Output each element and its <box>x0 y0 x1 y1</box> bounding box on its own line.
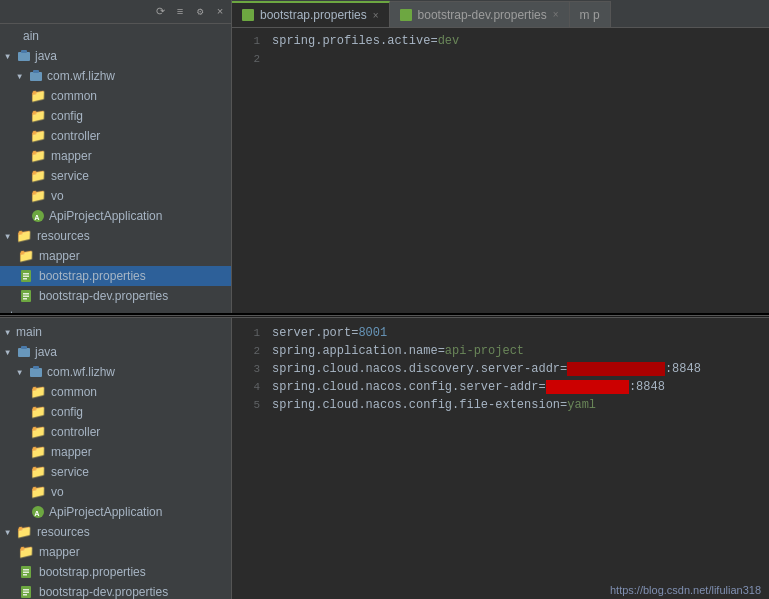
file-icon <box>242 9 254 21</box>
folder-icon: 📁 <box>30 484 46 500</box>
top-editor: bootstrap.properties × bootstrap-dev.pro… <box>232 0 769 313</box>
tab-label: m p <box>580 8 600 22</box>
tab-bootstrap-properties[interactable]: bootstrap.properties × <box>232 1 390 27</box>
code-line: 5 spring.cloud.nacos.config.file-extensi… <box>232 396 769 414</box>
bottom-code-area: 1 server.port=8001 2 spring.application.… <box>232 318 769 599</box>
svg-rect-8 <box>23 276 29 278</box>
list-item[interactable]: 📁 vo <box>0 482 231 502</box>
tab-bootstrap-dev-properties[interactable]: bootstrap-dev.properties × <box>390 1 570 27</box>
svg-rect-13 <box>23 298 27 300</box>
top-code-area: 1 spring.profiles.active=dev 2 <box>232 28 769 313</box>
list-item[interactable]: bootstrap.properties <box>0 266 231 286</box>
svg-rect-12 <box>23 296 29 298</box>
line-content: spring.application.name=api-project <box>268 344 769 358</box>
list-item[interactable]: ain <box>0 26 231 46</box>
list-item[interactable]: A ApiProjectApplication <box>0 206 231 226</box>
top-pane: ⟳ ≡ ⚙ × ain ▾ java ▾ <box>0 0 769 315</box>
list-item[interactable]: ▾ com.wf.lizhw <box>0 362 231 382</box>
svg-rect-11 <box>23 293 29 295</box>
list-item[interactable]: ▾ main <box>0 322 231 342</box>
redacted-block <box>546 380 629 394</box>
tab-close-icon[interactable]: × <box>373 10 379 21</box>
package-icon <box>28 364 44 380</box>
bottom-file-tree: ▾ main ▾ java ▾ com.wf.lizhw 📁 <box>0 318 231 599</box>
line-content: spring.cloud.nacos.config.server-addr= :… <box>268 380 769 394</box>
folder-icon: 📁 <box>30 444 46 460</box>
package-icon <box>28 68 44 84</box>
folder-icon: 📁 <box>30 108 46 124</box>
folder-icon: 📁 <box>30 168 46 184</box>
list-item[interactable]: bootstrap-dev.properties <box>0 286 231 306</box>
line-content: server.port=8001 <box>268 326 769 340</box>
line-content: spring.profiles.active=dev <box>268 34 769 48</box>
line-number: 5 <box>232 399 268 411</box>
package-icon <box>16 48 32 64</box>
list-item[interactable]: 📁 controller <box>0 422 231 442</box>
folder-icon: 📁 <box>30 188 46 204</box>
watermark: https://blog.csdn.net/lifulian318 <box>610 584 761 596</box>
svg-rect-3 <box>33 70 39 73</box>
file-icon <box>400 9 412 21</box>
top-file-tree: ain ▾ java ▾ com.wf.lizhw 📁 co <box>0 24 231 313</box>
code-line: 3 spring.cloud.nacos.discovery.server-ad… <box>232 360 769 378</box>
package-icon <box>16 344 32 360</box>
tab-label: bootstrap.properties <box>260 8 367 22</box>
folder-icon: 📁 <box>30 464 46 480</box>
list-item[interactable]: bootstrap.properties <box>0 562 231 582</box>
svg-rect-25 <box>23 589 29 591</box>
sidebar-toolbar: ⟳ ≡ ⚙ × <box>0 0 231 24</box>
list-item[interactable]: st <box>0 306 231 313</box>
list-item[interactable]: ▾ 📁 resources <box>0 226 231 246</box>
list-item[interactable]: ▾ java <box>0 46 231 66</box>
list-item[interactable]: 📁 mapper <box>0 146 231 166</box>
list-item[interactable]: 📁 mapper <box>0 246 231 266</box>
bottom-pane: ▾ main ▾ java ▾ com.wf.lizhw 📁 <box>0 318 769 599</box>
list-item[interactable]: 📁 config <box>0 402 231 422</box>
list-item[interactable]: 📁 mapper <box>0 542 231 562</box>
svg-rect-27 <box>23 594 27 596</box>
list-item[interactable]: ▾ com.wf.lizhw <box>0 66 231 86</box>
list-item[interactable]: 📁 service <box>0 166 231 186</box>
list-item[interactable]: 📁 config <box>0 106 231 126</box>
list-item[interactable]: ▾ 📁 resources <box>0 522 231 542</box>
svg-rect-1 <box>21 50 27 53</box>
list-item[interactable]: 📁 vo <box>0 186 231 206</box>
line-number: 3 <box>232 363 268 375</box>
line-number: 2 <box>232 53 268 65</box>
list-item[interactable]: bootstrap-dev.properties <box>0 582 231 599</box>
tab-m[interactable]: m p <box>570 1 611 27</box>
props-icon <box>18 584 34 599</box>
code-line: 2 spring.application.name=api-project <box>232 342 769 360</box>
list-item[interactable]: 📁 mapper <box>0 442 231 462</box>
svg-rect-17 <box>33 366 39 369</box>
list-item[interactable]: 📁 common <box>0 86 231 106</box>
class-icon: A <box>30 208 46 224</box>
list-item[interactable]: 📁 common <box>0 382 231 402</box>
top-tab-bar: bootstrap.properties × bootstrap-dev.pro… <box>232 0 769 28</box>
tab-close-icon[interactable]: × <box>553 9 559 20</box>
close-icon[interactable]: × <box>213 5 227 19</box>
props-icon <box>18 288 34 304</box>
props-icon <box>18 564 34 580</box>
svg-rect-16 <box>30 368 42 377</box>
list-item[interactable]: ▾ java <box>0 342 231 362</box>
svg-rect-23 <box>23 574 27 576</box>
list-item[interactable]: 📁 service <box>0 462 231 482</box>
settings-icon[interactable]: ⚙ <box>193 5 207 19</box>
class-icon: A <box>30 504 46 520</box>
folder-icon: 📁 <box>30 128 46 144</box>
folder-icon: 📁 <box>30 424 46 440</box>
svg-text:A: A <box>35 213 40 222</box>
svg-rect-26 <box>23 592 29 594</box>
svg-rect-0 <box>18 52 30 61</box>
collapse-icon[interactable]: ≡ <box>173 5 187 19</box>
folder-icon: 📁 <box>18 544 34 560</box>
bottom-sidebar: ▾ main ▾ java ▾ com.wf.lizhw 📁 <box>0 318 232 599</box>
refresh-icon[interactable]: ⟳ <box>153 5 167 19</box>
list-item[interactable]: 📁 controller <box>0 126 231 146</box>
list-item[interactable]: A ApiProjectApplication <box>0 502 231 522</box>
folder-icon: 📁 <box>18 248 34 264</box>
redacted-block <box>567 362 665 376</box>
folder-icon: 📁 <box>30 148 46 164</box>
svg-rect-7 <box>23 273 29 275</box>
